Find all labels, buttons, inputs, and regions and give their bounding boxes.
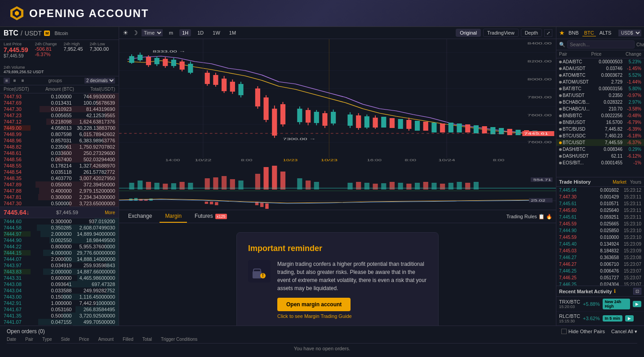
bid-row[interactable]: 7444.90 0.002550 18.98449500 [0, 237, 119, 243]
tab-margin[interactable]: Margin [160, 210, 187, 223]
more-button[interactable]: More [105, 210, 115, 215]
rma-time: 15:20:03 [559, 304, 580, 309]
pair-list-item[interactable]: BAT/USDT 0.2350 -0.97% [556, 92, 644, 99]
hide-others-checkbox[interactable] [561, 329, 567, 334]
pair-list-item[interactable]: BNB/USDT 16.5700 -6.79% [556, 119, 644, 126]
expand-chart-btn[interactable]: ⤢ [544, 29, 552, 37]
chart-type-original[interactable]: Original [456, 29, 481, 37]
pair-list-item[interactable]: BTC/BUSD 7,445.82 -6.39% [556, 126, 644, 132]
rma-item[interactable]: TRX/BTC 15:20:03 +5.88% New 24h High ▶ [556, 297, 644, 312]
ask-row[interactable]: 7447.93 0.100000 744.99300000 [0, 93, 119, 100]
wl-tab-alts[interactable]: ALTS [598, 30, 613, 36]
pair-list-item[interactable]: BAT/BTC 0.00003156 5.80% [556, 85, 644, 92]
bid-row[interactable]: 7443.08 0.093641 697.47328 [0, 281, 119, 287]
ask-row[interactable]: 7448.54 0.035118 261.57782772 [0, 169, 119, 175]
bid-row[interactable]: 7443.00 0.150000 1,116.45000000 [0, 294, 119, 300]
svg-rect-116 [213, 177, 218, 190]
bid-row[interactable]: 7441.06 8.300000 61,760.79800000 [0, 325, 119, 326]
time-select[interactable]: Time [142, 29, 163, 36]
time-btn-1mo[interactable]: 1M [227, 29, 239, 36]
ask-row[interactable]: 7448.35 0.403770 3,007.42027950 [0, 175, 119, 181]
time-btn-1m[interactable]: m [166, 29, 176, 36]
ask-row[interactable]: 7448.61 0.033600 250.27329600 [0, 150, 119, 156]
bid-row[interactable]: 7444.22 0.800000 5,955.37600000 [0, 243, 119, 250]
pair-list-item[interactable]: ATOM/USDT 2.729 -1.44% [556, 79, 644, 85]
cancel-all-btn[interactable]: Cancel All ▾ [611, 329, 637, 335]
time-btn-1w[interactable]: 1W [210, 29, 223, 36]
macd-area: 25.02 [119, 192, 556, 210]
sun-icon[interactable]: ☀ [123, 29, 129, 36]
bid-row[interactable]: 7444.15 4.000000 29,776.60000000 [0, 250, 119, 256]
pair-list-item[interactable]: ATOM/BTC 0.0003672 5.52% [556, 72, 644, 79]
bid-row[interactable]: 7441.35 0.500000 3,720.92500000 [0, 313, 119, 319]
pair-list-item[interactable]: DASH/BTC 0.008346 0.29% [556, 146, 644, 153]
ask-row[interactable]: 7447.69 0.013431 100.05678639 [0, 100, 119, 106]
ask-row[interactable]: 7447.88 0.400000 2,979.15200000 [0, 188, 119, 194]
ob-view-both[interactable]: ≡ [4, 78, 10, 84]
pair-list-item[interactable]: BTC/USDC 7,460.23 -6.18% [556, 132, 644, 139]
search-input[interactable] [567, 40, 635, 48]
th-tab-yours[interactable]: Yours [630, 180, 641, 185]
wl-tab-bnb[interactable]: BNB [567, 30, 581, 36]
chart-type-depth[interactable]: Depth [521, 29, 542, 37]
ob-view-bids[interactable]: ≡ [20, 78, 26, 84]
currency-select[interactable]: USD$ [618, 30, 641, 36]
bid-row[interactable]: 7441.67 0.053160 266.83584495 [0, 306, 119, 313]
ask-row[interactable]: 7449.00 4.058013 30,228.13883700 [0, 125, 119, 131]
bid-row[interactable]: 7443.83 2.000000 14,887.66000000 [0, 269, 119, 275]
pair-list-item[interactable]: ADA/USDT 0.03746 -1.45% [556, 65, 644, 72]
ask-row[interactable]: 7448.56 0.067400 502.03294400 [0, 156, 119, 163]
rma-collapse-btn[interactable]: ⊡ [633, 288, 641, 295]
bid-row[interactable]: 7443.97 0.034919 259.93598843 [0, 262, 119, 269]
th-tab-market[interactable]: Market [613, 180, 626, 185]
ask-row[interactable]: 7448.82 0.235061 1,750.92707802 [0, 144, 119, 150]
tab-futures[interactable]: Futures x125 [189, 210, 232, 223]
bid-row[interactable]: 7442.91 1.000000 7,442.91000000 [0, 300, 119, 306]
margin-guide-link[interactable]: Click to see Margin Trading Guide [277, 313, 427, 319]
open-margin-account-btn[interactable]: Open margin account [277, 298, 351, 311]
rma-title: Recent Market Activity [559, 289, 612, 294]
bid-row[interactable]: 7441.07 0.047155 499.70500000 [0, 319, 119, 325]
trade-history-row: 7,445.61 0.059251 15:23:11 [556, 214, 644, 220]
ask-row[interactable]: 7448.55 0.178214 1,327.42688970 [0, 163, 119, 169]
bid-row[interactable]: 7444.97 2.000000 14,889.94000000 [0, 231, 119, 237]
time-btn-1d[interactable]: 1D [195, 29, 206, 36]
ask-row[interactable]: 7447.12 0.218098 1,624.63817376 [0, 119, 119, 125]
ask-row[interactable]: 7447.30 0.010923 81.44319690 [0, 106, 119, 112]
bid-row[interactable]: 7444.58 0.350285 2,608.07499030 [0, 225, 119, 231]
pair-list-item[interactable]: BCHABC/B... 0.028322 2.97% [556, 99, 644, 106]
pair-list-item[interactable]: ADA/BTC 0.00000503 5.23% [556, 58, 644, 65]
moon-icon[interactable]: ☽ [132, 29, 138, 36]
decimals-select[interactable]: 2 decimals [84, 78, 115, 84]
bid-row[interactable]: 7443.31 0.600000 4,465.98600000 [0, 275, 119, 281]
ask-row[interactable]: 7448.96 0.857031 6,383.98963776 [0, 137, 119, 144]
rma-item[interactable]: RLC/BTC 15:15:30 +3.62% In 5 min ▶ [556, 312, 644, 326]
ask-row[interactable]: 7447.81 0.300000 2,234.34300000 [0, 194, 119, 200]
pair-list-header: Pair Price Change [556, 50, 644, 58]
bid-row[interactable]: 7444.07 2.000000 14,888.14000000 [0, 256, 119, 262]
trading-container: BTC / USDT M Bitcoin Last Price 7,445.59… [0, 27, 644, 326]
pair-list-item[interactable]: EOS/BIT... 0.0001455 -1% [556, 159, 644, 166]
pair-quote: USDT [25, 30, 42, 37]
ob-view-asks[interactable]: ≡ [12, 78, 18, 84]
rma-action-btn[interactable]: ▶ [625, 315, 634, 322]
pair-list-item[interactable]: BNB/BTC 0.0022256 -0.48% [556, 112, 644, 119]
svg-rect-142 [474, 182, 479, 190]
time-btn-1h[interactable]: 1H [179, 29, 191, 36]
ask-row[interactable]: 7447.30 0.500000 3,723.65000000 [0, 200, 119, 207]
trade-history-row: 7,445.61 0.010571 15:23:11 [556, 200, 644, 207]
wl-tab-btc[interactable]: BTC [582, 30, 596, 36]
pair-list-item[interactable]: BTC/USDT 7,445.59 -6.37% [556, 139, 644, 146]
trading-rules-btn[interactable]: Trading Rules 📋 🔥 [506, 214, 552, 220]
ask-row[interactable]: 7448.99 0.807598 6,015.78942602 [0, 131, 119, 137]
bid-row[interactable]: 7444.60 0.300000 937.019200 [0, 218, 119, 225]
trade-history-row: 7,445.60 0.025640 15:23:11 [556, 207, 644, 214]
bid-row[interactable]: 7443.04 0.033588 249.99282752 [0, 287, 119, 294]
pair-list-item[interactable]: BCHABC/U... 210.70 -3.58% [556, 106, 644, 112]
pair-list-item[interactable]: DASH/USDT 62.11 -6.12% [556, 153, 644, 159]
tab-exchange[interactable]: Exchange [123, 210, 157, 223]
ask-row[interactable]: 7447.89 0.050000 372.39450000 [0, 181, 119, 188]
rma-action-btn[interactable]: ▶ [633, 301, 641, 307]
ask-row[interactable]: 7447.23 0.005655 42.12539565 [0, 112, 119, 119]
chart-type-tradingview[interactable]: TradingView [483, 29, 519, 37]
